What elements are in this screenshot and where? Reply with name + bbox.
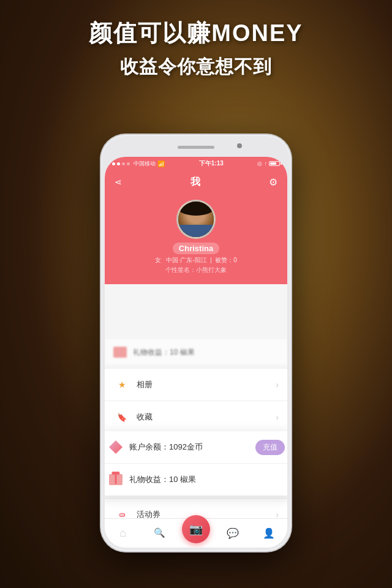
favorites-label: 收藏: [137, 412, 276, 423]
location-icon: ◎: [257, 160, 262, 167]
battery-fill: [270, 162, 276, 165]
profile-icon: 👤: [263, 527, 275, 539]
profile-info: 女 中国·广东-阳江 | 被赞：0: [155, 256, 237, 265]
balance-row: 账户余额：1092金币 充值: [105, 431, 287, 464]
album-label: 相册: [137, 379, 276, 390]
tagline-2: 收益令你意想不到: [0, 55, 392, 80]
location-label: 中国·广东-阳江: [166, 257, 206, 263]
account-card: 账户余额：1092金币 充值 礼物收益：10 椒果: [105, 431, 287, 496]
gender-label: 女: [155, 257, 161, 263]
username-label: Christina: [173, 243, 219, 254]
nav-bar: ⋖ 我 ⚙: [105, 170, 287, 194]
status-carrier: 中国移动 📶: [112, 160, 165, 168]
signal-3: [122, 162, 125, 165]
camera-icon: 📷: [189, 522, 203, 536]
gift-icon-wrap: [107, 471, 124, 488]
blurred-gift-row: 礼物收益：10 椒果: [105, 339, 287, 366]
signal-2: [117, 162, 120, 165]
avatar-face: [178, 202, 214, 237]
page-title: 我: [190, 176, 200, 189]
menu-item-favorites[interactable]: 🔖 收藏 ›: [105, 401, 287, 434]
star-icon: ★: [118, 380, 126, 390]
album-arrow-icon: ›: [276, 380, 279, 390]
signal-1: [112, 162, 115, 165]
status-bar: 中国移动 📶 下午1:13 ◎ ↑: [105, 157, 287, 170]
bookmark-icon: 🔖: [117, 413, 127, 422]
blurred-icon: [113, 347, 127, 358]
likes-label: 被赞：0: [215, 257, 237, 263]
ticket-icon: 🎟: [119, 511, 126, 518]
favorites-arrow-icon: ›: [276, 412, 279, 422]
recharge-button[interactable]: 充值: [255, 440, 285, 455]
album-icon-wrap: ★: [113, 376, 130, 393]
tab-profile[interactable]: 👤: [251, 519, 288, 548]
upload-icon: ↑: [264, 160, 267, 167]
camera-button[interactable]: 📷: [182, 515, 210, 543]
home-icon: ⌂: [119, 527, 126, 540]
wifi-icon: 📶: [157, 160, 165, 167]
chat-icon: 💬: [227, 527, 239, 539]
search-icon: 🔍: [154, 527, 165, 538]
profile-motto: 个性签名：小熊打大象: [165, 266, 227, 274]
tagline-1: 颜值可以赚MONEY: [0, 18, 392, 48]
carrier-name: 中国移动: [134, 160, 156, 168]
status-time: 下午1:13: [199, 159, 224, 168]
phone-screen: 中国移动 📶 下午1:13 ◎ ↑ ⋖ 我 ⚙: [105, 157, 287, 548]
settings-icon[interactable]: ⚙: [269, 176, 277, 188]
phone-frame: 中国移动 📶 下午1:13 ◎ ↑ ⋖ 我 ⚙: [101, 135, 291, 551]
avatar-jacket: [178, 225, 214, 237]
phone-camera: [237, 143, 242, 148]
gift-row: 礼物收益：10 椒果: [105, 464, 287, 496]
gift-icon: [109, 474, 123, 485]
diamond-icon: [109, 440, 123, 454]
content-area: 账户余额：1092金币 充值 礼物收益：10 椒果 礼: [105, 284, 287, 548]
hero-text: 颜值可以赚MONEY 收益令你意想不到: [0, 18, 392, 80]
battery-icon: [269, 161, 280, 166]
tab-camera[interactable]: 📷: [178, 519, 214, 548]
signal-4: [127, 162, 130, 165]
diamond-icon-wrap: [107, 439, 124, 456]
share-icon[interactable]: ⋖: [115, 177, 122, 187]
avatar[interactable]: [176, 200, 216, 239]
tab-search[interactable]: 🔍: [141, 519, 178, 548]
battery-tip: [281, 162, 282, 165]
blurred-label: 礼物收益：10 椒果: [133, 347, 195, 358]
avatar-hair: [178, 202, 214, 216]
profile-header: Christina 女 中国·广东-阳江 | 被赞：0 个性签名：小熊打大象: [105, 194, 287, 284]
tab-home[interactable]: ⌂: [105, 519, 141, 548]
tab-chat[interactable]: 💬: [214, 519, 251, 548]
tab-bar: ⌂ 🔍 📷 💬 👤: [105, 518, 287, 548]
status-icons: ◎ ↑: [257, 160, 280, 167]
menu-item-album[interactable]: ★ 相册 ›: [105, 368, 287, 401]
phone-speaker: [178, 146, 214, 149]
balance-label: 账户余额：1092金币: [129, 442, 255, 453]
favorites-icon-wrap: 🔖: [113, 409, 130, 426]
gift-label: 礼物收益：10 椒果: [129, 474, 285, 485]
